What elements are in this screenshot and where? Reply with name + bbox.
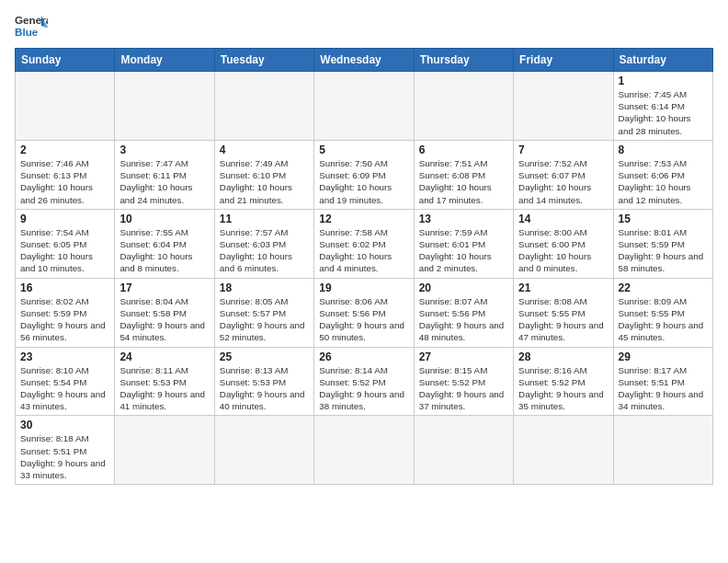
day-number: 7 [518, 144, 608, 156]
calendar-cell: 10Sunrise: 7:55 AMSunset: 6:04 PMDayligh… [115, 209, 214, 278]
day-info: Sunrise: 7:51 AMSunset: 6:08 PMDaylight:… [419, 157, 508, 206]
day-info: Sunrise: 8:00 AMSunset: 6:00 PMDaylight:… [518, 226, 608, 275]
calendar-cell [16, 72, 115, 141]
calendar-cell: 22Sunrise: 8:09 AMSunset: 5:55 PMDayligh… [613, 278, 712, 347]
day-info: Sunrise: 8:07 AMSunset: 5:56 PMDaylight:… [419, 295, 508, 344]
day-info: Sunrise: 8:15 AMSunset: 5:52 PMDaylight:… [419, 364, 508, 413]
day-number: 19 [319, 282, 408, 294]
day-number: 29 [619, 350, 708, 363]
calendar-cell: 1Sunrise: 7:45 AMSunset: 6:14 PMDaylight… [613, 72, 712, 141]
calendar-cell: 4Sunrise: 7:49 AMSunset: 6:10 PMDaylight… [214, 140, 313, 209]
calendar-cell: 3Sunrise: 7:47 AMSunset: 6:11 PMDaylight… [115, 140, 214, 209]
calendar-week-5: 23Sunrise: 8:10 AMSunset: 5:54 PMDayligh… [16, 347, 713, 416]
day-number: 11 [220, 213, 309, 225]
day-number: 10 [119, 213, 209, 225]
day-info: Sunrise: 7:52 AMSunset: 6:07 PMDaylight:… [518, 157, 608, 206]
weekday-header-wednesday: Wednesday [314, 49, 414, 72]
calendar-cell [214, 72, 313, 141]
calendar-week-2: 2Sunrise: 7:46 AMSunset: 6:13 PMDaylight… [16, 140, 713, 209]
day-number: 12 [319, 213, 408, 225]
weekday-header-friday: Friday [514, 49, 613, 72]
day-info: Sunrise: 8:14 AMSunset: 5:52 PMDaylight:… [319, 364, 408, 413]
calendar-cell: 8Sunrise: 7:53 AMSunset: 6:06 PMDaylight… [613, 140, 712, 209]
calendar-cell: 21Sunrise: 8:08 AMSunset: 5:55 PMDayligh… [514, 278, 613, 347]
day-info: Sunrise: 7:57 AMSunset: 6:03 PMDaylight:… [220, 226, 309, 275]
day-number: 13 [419, 213, 508, 225]
day-info: Sunrise: 7:59 AMSunset: 6:01 PMDaylight:… [419, 226, 508, 275]
day-info: Sunrise: 7:58 AMSunset: 6:02 PMDaylight:… [319, 226, 408, 275]
calendar-week-4: 16Sunrise: 8:02 AMSunset: 5:59 PMDayligh… [16, 278, 713, 347]
calendar-cell: 9Sunrise: 7:54 AMSunset: 6:05 PMDaylight… [16, 209, 115, 278]
day-info: Sunrise: 7:47 AMSunset: 6:11 PMDaylight:… [119, 157, 209, 206]
day-info: Sunrise: 7:54 AMSunset: 6:05 PMDaylight:… [20, 226, 109, 275]
day-info: Sunrise: 7:45 AMSunset: 6:14 PMDaylight:… [619, 88, 708, 137]
calendar-cell: 29Sunrise: 8:17 AMSunset: 5:51 PMDayligh… [613, 347, 712, 416]
day-number: 17 [119, 282, 209, 294]
day-info: Sunrise: 8:17 AMSunset: 5:51 PMDaylight:… [619, 364, 708, 413]
weekday-header-row: SundayMondayTuesdayWednesdayThursdayFrid… [16, 49, 713, 72]
calendar-cell: 15Sunrise: 8:01 AMSunset: 5:59 PMDayligh… [613, 209, 712, 278]
day-info: Sunrise: 7:46 AMSunset: 6:13 PMDaylight:… [20, 157, 109, 206]
calendar-cell: 20Sunrise: 8:07 AMSunset: 5:56 PMDayligh… [414, 278, 513, 347]
calendar-cell: 14Sunrise: 8:00 AMSunset: 6:00 PMDayligh… [514, 209, 613, 278]
svg-text:Blue: Blue [15, 26, 39, 38]
day-info: Sunrise: 7:49 AMSunset: 6:10 PMDaylight:… [220, 157, 309, 206]
day-info: Sunrise: 8:05 AMSunset: 5:57 PMDaylight:… [220, 295, 309, 344]
calendar-table: SundayMondayTuesdayWednesdayThursdayFrid… [15, 48, 713, 485]
calendar-week-6: 30Sunrise: 8:18 AMSunset: 5:51 PMDayligh… [16, 416, 713, 485]
day-number: 14 [518, 213, 608, 225]
day-info: Sunrise: 8:09 AMSunset: 5:55 PMDaylight:… [619, 295, 708, 344]
day-info: Sunrise: 7:50 AMSunset: 6:09 PMDaylight:… [319, 157, 408, 206]
calendar-cell [115, 72, 214, 141]
calendar-cell [314, 72, 414, 141]
day-number: 16 [20, 282, 109, 294]
calendar-cell: 23Sunrise: 8:10 AMSunset: 5:54 PMDayligh… [16, 347, 115, 416]
calendar-cell [115, 416, 214, 485]
page: General Blue SundayMondayTuesdayWednesda… [0, 0, 728, 494]
calendar-cell [613, 416, 712, 485]
day-number: 26 [319, 350, 408, 363]
calendar-cell: 13Sunrise: 7:59 AMSunset: 6:01 PMDayligh… [414, 209, 513, 278]
calendar-cell: 27Sunrise: 8:15 AMSunset: 5:52 PMDayligh… [414, 347, 513, 416]
calendar-cell: 30Sunrise: 8:18 AMSunset: 5:51 PMDayligh… [16, 416, 115, 485]
day-info: Sunrise: 8:01 AMSunset: 5:59 PMDaylight:… [619, 226, 708, 275]
calendar-cell: 11Sunrise: 7:57 AMSunset: 6:03 PMDayligh… [214, 209, 313, 278]
calendar-cell: 12Sunrise: 7:58 AMSunset: 6:02 PMDayligh… [314, 209, 414, 278]
logo-icon: General Blue [15, 9, 48, 42]
calendar-cell [514, 72, 613, 141]
day-info: Sunrise: 8:08 AMSunset: 5:55 PMDaylight:… [518, 295, 608, 344]
calendar-cell: 17Sunrise: 8:04 AMSunset: 5:58 PMDayligh… [115, 278, 214, 347]
logo: General Blue [15, 9, 48, 42]
day-info: Sunrise: 7:53 AMSunset: 6:06 PMDaylight:… [619, 157, 708, 206]
day-number: 8 [619, 144, 708, 156]
day-number: 6 [419, 144, 508, 156]
day-info: Sunrise: 7:55 AMSunset: 6:04 PMDaylight:… [119, 226, 209, 275]
day-number: 2 [20, 144, 109, 156]
day-number: 30 [20, 419, 109, 431]
calendar-cell [414, 416, 513, 485]
weekday-header-tuesday: Tuesday [214, 49, 313, 72]
day-info: Sunrise: 8:16 AMSunset: 5:52 PMDaylight:… [518, 364, 608, 413]
day-number: 23 [20, 350, 109, 363]
calendar-cell: 16Sunrise: 8:02 AMSunset: 5:59 PMDayligh… [16, 278, 115, 347]
day-info: Sunrise: 8:18 AMSunset: 5:51 PMDaylight:… [20, 432, 109, 481]
calendar-week-1: 1Sunrise: 7:45 AMSunset: 6:14 PMDaylight… [16, 72, 713, 141]
day-info: Sunrise: 8:04 AMSunset: 5:58 PMDaylight:… [119, 295, 209, 344]
day-number: 9 [20, 213, 109, 225]
weekday-header-thursday: Thursday [414, 49, 513, 72]
calendar-cell [214, 416, 313, 485]
weekday-header-sunday: Sunday [16, 49, 115, 72]
day-number: 5 [319, 144, 408, 156]
day-info: Sunrise: 8:11 AMSunset: 5:53 PMDaylight:… [119, 364, 209, 413]
calendar-week-3: 9Sunrise: 7:54 AMSunset: 6:05 PMDaylight… [16, 209, 713, 278]
weekday-header-saturday: Saturday [613, 49, 712, 72]
day-number: 22 [619, 282, 708, 294]
calendar-cell: 24Sunrise: 8:11 AMSunset: 5:53 PMDayligh… [115, 347, 214, 416]
day-number: 4 [220, 144, 309, 156]
day-number: 1 [619, 75, 708, 87]
calendar-cell: 7Sunrise: 7:52 AMSunset: 6:07 PMDaylight… [514, 140, 613, 209]
day-number: 20 [419, 282, 508, 294]
day-info: Sunrise: 8:06 AMSunset: 5:56 PMDaylight:… [319, 295, 408, 344]
calendar-cell: 5Sunrise: 7:50 AMSunset: 6:09 PMDaylight… [314, 140, 414, 209]
calendar-cell: 2Sunrise: 7:46 AMSunset: 6:13 PMDaylight… [16, 140, 115, 209]
